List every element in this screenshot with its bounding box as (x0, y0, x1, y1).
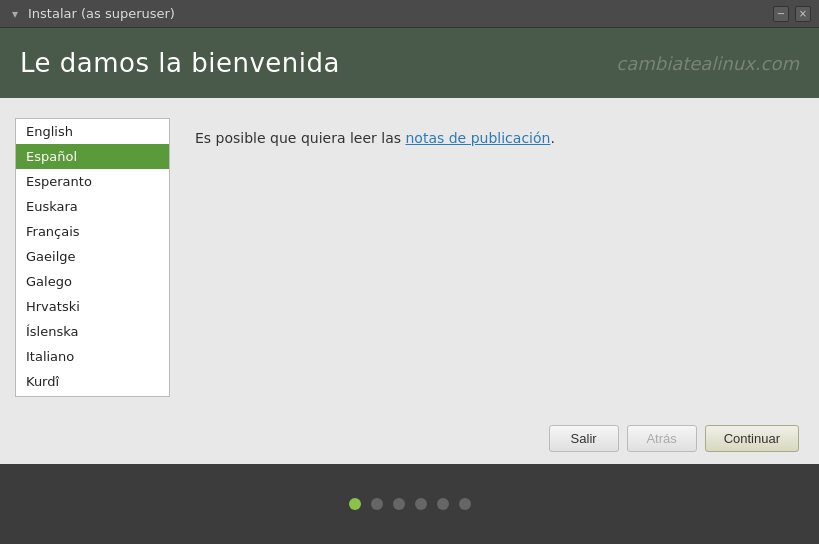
progress-dot-1 (349, 498, 361, 510)
language-list[interactable]: English Español Esperanto Euskara França… (15, 118, 170, 397)
release-notes-prefix: Es posible que quiera leer las (195, 130, 405, 146)
release-notes-link[interactable]: notas de publicación (405, 130, 550, 146)
language-item-gaeilge[interactable]: Gaeilge (16, 244, 169, 269)
quit-button[interactable]: Salir (549, 425, 619, 452)
release-notes-paragraph: Es posible que quiera leer las notas de … (195, 128, 799, 149)
status-bar (0, 464, 819, 544)
continue-button[interactable]: Continuar (705, 425, 799, 452)
language-item-english[interactable]: English (16, 119, 169, 144)
release-notes-suffix: . (550, 130, 554, 146)
close-button[interactable]: × (795, 6, 811, 22)
language-item-kurdi[interactable]: Kurdî (16, 369, 169, 394)
right-content: Es posible que quiera leer las notas de … (185, 108, 819, 407)
title-bar-left: ▾ Instalar (as superuser) (8, 6, 175, 21)
language-item-italiano[interactable]: Italiano (16, 344, 169, 369)
progress-dot-6 (459, 498, 471, 510)
minimize-button[interactable]: − (773, 6, 789, 22)
progress-dot-2 (371, 498, 383, 510)
content-area: English Español Esperanto Euskara França… (0, 98, 819, 417)
language-item-hrvatski[interactable]: Hrvatski (16, 294, 169, 319)
language-item-euskara[interactable]: Euskara (16, 194, 169, 219)
title-bar: ▾ Instalar (as superuser) − × (0, 0, 819, 28)
window-title: Instalar (as superuser) (28, 6, 175, 21)
page-title: Le damos la bienvenida (20, 48, 340, 78)
app-icon: ▾ (8, 7, 22, 21)
watermark: cambiatealinux.com (616, 53, 799, 74)
progress-dot-4 (415, 498, 427, 510)
language-item-francais[interactable]: Français (16, 219, 169, 244)
back-button[interactable]: Atrás (627, 425, 697, 452)
window-body: Le damos la bienvenida cambiatealinux.co… (0, 28, 819, 464)
header: Le damos la bienvenida cambiatealinux.co… (0, 28, 819, 98)
language-item-espanol[interactable]: Español (16, 144, 169, 169)
language-item-esperanto[interactable]: Esperanto (16, 169, 169, 194)
progress-dot-5 (437, 498, 449, 510)
buttons-row: Salir Atrás Continuar (0, 417, 819, 464)
language-item-galego[interactable]: Galego (16, 269, 169, 294)
language-item-islenska[interactable]: Íslenska (16, 319, 169, 344)
progress-dot-3 (393, 498, 405, 510)
window-controls: − × (773, 6, 811, 22)
